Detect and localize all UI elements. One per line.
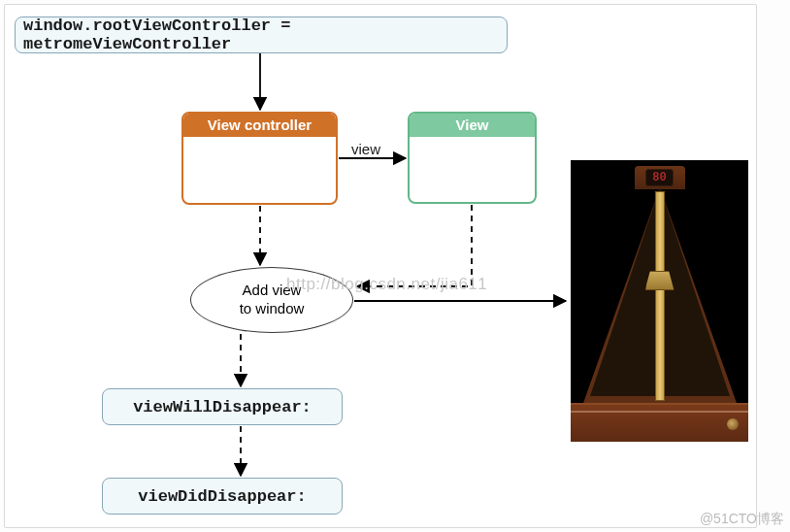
- code-text: window.rootViewController = metromeViewC…: [23, 17, 499, 53]
- vwill-text: viewWillDisappear:: [133, 398, 312, 416]
- vdid-text: viewDidDisappear:: [138, 487, 306, 506]
- watermark-center: http://blog.csdn.net/jia611: [286, 275, 487, 294]
- node-view: View: [408, 112, 537, 204]
- node-view-did-disappear: viewDidDisappear:: [102, 478, 343, 515]
- node-view-will-disappear: viewWillDisappear:: [102, 388, 343, 425]
- metronome-bpm: 80: [645, 169, 673, 186]
- metronome-pivot: [727, 418, 739, 430]
- node-view-controller: View controller: [181, 112, 338, 205]
- diagram-frame: window.rootViewController = metromeViewC…: [4, 4, 757, 528]
- edge-label-view: view: [351, 141, 380, 157]
- metronome-pendulum: [655, 191, 665, 401]
- view-header: View: [410, 114, 535, 137]
- node-code-line: window.rootViewController = metromeViewC…: [15, 17, 508, 53]
- metronome-top: 80: [635, 166, 685, 189]
- view-controller-header: View controller: [183, 114, 336, 137]
- metronome-screenshot: 80: [571, 160, 748, 442]
- metronome-base: [571, 403, 748, 442]
- watermark-corner: @51CTO博客: [700, 511, 784, 528]
